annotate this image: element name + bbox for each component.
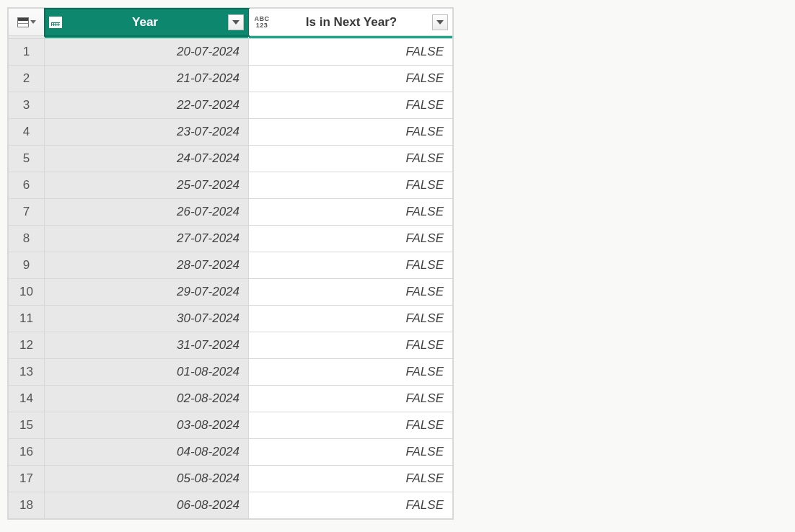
row-number[interactable]: 14: [9, 386, 45, 412]
column-filter-button-year[interactable]: [228, 14, 244, 30]
cell-is-in-next-year[interactable]: FALSE: [249, 492, 453, 519]
cell-year[interactable]: 28-07-2024: [45, 252, 249, 279]
cell-is-in-next-year[interactable]: FALSE: [249, 226, 453, 252]
cell-year[interactable]: 26-07-2024: [45, 199, 249, 226]
date-icon: [49, 17, 62, 28]
chevron-down-icon: [436, 20, 444, 25]
cell-year[interactable]: 01-08-2024: [45, 359, 249, 386]
cell-is-in-next-year[interactable]: FALSE: [249, 386, 453, 412]
table-row[interactable]: 928-07-2024FALSE: [9, 252, 453, 279]
abc123-icon: ABC 123: [253, 15, 271, 30]
row-number[interactable]: 12: [9, 332, 45, 359]
cell-is-in-next-year[interactable]: FALSE: [249, 279, 453, 306]
cell-year[interactable]: 27-07-2024: [45, 226, 249, 252]
cell-year[interactable]: 20-07-2024: [45, 39, 249, 66]
cell-year[interactable]: 02-08-2024: [45, 386, 249, 412]
cell-year[interactable]: 03-08-2024: [45, 412, 249, 439]
cell-is-in-next-year[interactable]: FALSE: [249, 252, 453, 279]
column-label: Is in Next Year?: [276, 15, 426, 30]
table-row[interactable]: 1130-07-2024FALSE: [9, 306, 453, 332]
table-row[interactable]: 524-07-2024FALSE: [9, 146, 453, 172]
table-row[interactable]: 1029-07-2024FALSE: [9, 279, 453, 306]
row-number[interactable]: 15: [9, 412, 45, 439]
table-row[interactable]: 726-07-2024FALSE: [9, 199, 453, 226]
chevron-down-icon: [30, 20, 36, 24]
cell-is-in-next-year[interactable]: FALSE: [249, 92, 453, 119]
cell-year[interactable]: 29-07-2024: [45, 279, 249, 306]
cell-is-in-next-year[interactable]: FALSE: [249, 199, 453, 226]
cell-is-in-next-year[interactable]: FALSE: [249, 466, 453, 492]
cell-is-in-next-year[interactable]: FALSE: [249, 332, 453, 359]
cell-year[interactable]: 21-07-2024: [45, 66, 249, 92]
cell-year[interactable]: 25-07-2024: [45, 172, 249, 199]
cell-is-in-next-year[interactable]: FALSE: [249, 39, 453, 66]
table-row[interactable]: 120-07-2024FALSE: [9, 39, 453, 66]
chevron-down-icon: [232, 20, 240, 25]
table-row[interactable]: 221-07-2024FALSE: [9, 66, 453, 92]
cell-year[interactable]: 22-07-2024: [45, 92, 249, 119]
table-icon: [17, 17, 29, 27]
row-number[interactable]: 18: [9, 492, 45, 519]
num-text: 123: [256, 22, 268, 29]
cell-year[interactable]: 24-07-2024: [45, 146, 249, 172]
row-number[interactable]: 3: [9, 92, 45, 119]
data-table: Year ABC 123 Is in Next Year? 120: [7, 7, 454, 520]
row-number[interactable]: 16: [9, 439, 45, 466]
table-row[interactable]: 322-07-2024FALSE: [9, 92, 453, 119]
column-header-is-in-next-year[interactable]: ABC 123 Is in Next Year?: [249, 9, 453, 36]
table-row[interactable]: 423-07-2024FALSE: [9, 119, 453, 146]
cell-year[interactable]: 23-07-2024: [45, 119, 249, 146]
row-number[interactable]: 4: [9, 119, 45, 146]
table-row[interactable]: 1402-08-2024FALSE: [9, 386, 453, 412]
table-row[interactable]: 1806-08-2024FALSE: [9, 492, 453, 519]
row-number[interactable]: 8: [9, 226, 45, 252]
row-number[interactable]: 10: [9, 279, 45, 306]
row-number[interactable]: 13: [9, 359, 45, 386]
table-row[interactable]: 1231-07-2024FALSE: [9, 332, 453, 359]
row-number[interactable]: 1: [9, 39, 45, 66]
cell-is-in-next-year[interactable]: FALSE: [249, 172, 453, 199]
row-number[interactable]: 7: [9, 199, 45, 226]
row-number[interactable]: 2: [9, 66, 45, 92]
cell-is-in-next-year[interactable]: FALSE: [249, 119, 453, 146]
cell-is-in-next-year[interactable]: FALSE: [249, 359, 453, 386]
table-row[interactable]: 827-07-2024FALSE: [9, 226, 453, 252]
row-number[interactable]: 6: [9, 172, 45, 199]
cell-is-in-next-year[interactable]: FALSE: [249, 306, 453, 332]
cell-is-in-next-year[interactable]: FALSE: [249, 412, 453, 439]
cell-year[interactable]: 30-07-2024: [45, 306, 249, 332]
column-label: Year: [68, 15, 222, 30]
cell-is-in-next-year[interactable]: FALSE: [249, 146, 453, 172]
row-number[interactable]: 5: [9, 146, 45, 172]
row-number[interactable]: 17: [9, 466, 45, 492]
column-header-year[interactable]: Year: [45, 9, 249, 36]
table-row[interactable]: 1705-08-2024FALSE: [9, 466, 453, 492]
select-all-corner[interactable]: [9, 9, 45, 36]
row-number[interactable]: 11: [9, 306, 45, 332]
cell-year[interactable]: 04-08-2024: [45, 439, 249, 466]
cell-is-in-next-year[interactable]: FALSE: [249, 439, 453, 466]
table-row[interactable]: 625-07-2024FALSE: [9, 172, 453, 199]
column-filter-button-next[interactable]: [432, 14, 448, 30]
cell-year[interactable]: 31-07-2024: [45, 332, 249, 359]
header-row: Year ABC 123 Is in Next Year?: [9, 9, 453, 36]
table-row[interactable]: 1301-08-2024FALSE: [9, 359, 453, 386]
table-row[interactable]: 1503-08-2024FALSE: [9, 412, 453, 439]
cell-year[interactable]: 06-08-2024: [45, 492, 249, 519]
row-number[interactable]: 9: [9, 252, 45, 279]
cell-year[interactable]: 05-08-2024: [45, 466, 249, 492]
cell-is-in-next-year[interactable]: FALSE: [249, 66, 453, 92]
table-row[interactable]: 1604-08-2024FALSE: [9, 439, 453, 466]
